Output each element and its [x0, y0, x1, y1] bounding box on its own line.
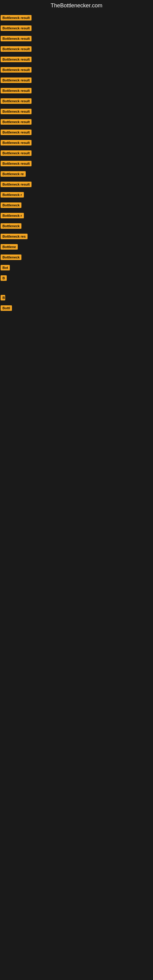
- list-item: [0, 341, 153, 350]
- list-item: Bottleneck result: [0, 75, 153, 86]
- list-item: Bottl: [0, 303, 153, 313]
- bottleneck-badge: Bottleneck: [1, 202, 21, 208]
- list-item: Bottleneck result: [0, 127, 153, 137]
- bottleneck-badge: Bottleneck result: [1, 25, 32, 31]
- list-item: Bottleneck: [0, 200, 153, 210]
- bottleneck-badge: B: [1, 295, 5, 301]
- list-item: Bottleneck: [0, 252, 153, 262]
- bottleneck-badge: Bottleneck result: [1, 78, 32, 83]
- bottleneck-badge: Bottleneck result: [1, 46, 32, 52]
- list-item: Bottleneck result: [0, 179, 153, 189]
- list-item: Bottleneck res: [0, 231, 153, 242]
- list-item: Bottleneck result: [0, 106, 153, 117]
- list-item: Bottleneck: [0, 221, 153, 231]
- list-item: [0, 313, 153, 323]
- list-item: Bottleneck result: [0, 158, 153, 169]
- list-item: Bottleneck result: [0, 13, 153, 23]
- list-item: Bottleneck result: [0, 148, 153, 158]
- bottleneck-badge: Bottl: [1, 305, 12, 311]
- list-item: Bot: [0, 262, 153, 273]
- bottleneck-badge: Bottleneck: [1, 223, 21, 229]
- bottleneck-badge: Bottleneck r: [1, 192, 24, 197]
- items-container: Bottleneck resultBottleneck resultBottle…: [0, 11, 153, 370]
- list-item: B: [0, 293, 153, 303]
- list-item: Bottlene: [0, 242, 153, 252]
- list-item: [0, 323, 153, 332]
- list-item: Bottleneck r: [0, 210, 153, 221]
- list-item: [0, 359, 153, 368]
- list-item: B: [0, 273, 153, 283]
- bottleneck-badge: Bottleneck result: [1, 98, 32, 104]
- list-item: Bottleneck result: [0, 137, 153, 148]
- site-title: TheBottlenecker.com: [0, 0, 153, 11]
- bottleneck-badge: Bottleneck result: [1, 67, 32, 73]
- bottleneck-badge: B: [1, 275, 7, 281]
- list-item: Bottleneck result: [0, 23, 153, 33]
- list-item: [0, 350, 153, 359]
- list-item: Bottleneck re: [0, 169, 153, 179]
- bottleneck-badge: Bottleneck r: [1, 213, 24, 218]
- list-item: Bottleneck result: [0, 44, 153, 54]
- bottleneck-badge: Bottleneck result: [1, 181, 32, 187]
- list-item: Bottleneck result: [0, 54, 153, 65]
- list-item: Bottleneck result: [0, 117, 153, 127]
- bottleneck-badge: Bottleneck result: [1, 161, 32, 166]
- list-item: Bottleneck result: [0, 65, 153, 75]
- bottleneck-badge: Bottleneck re: [1, 171, 26, 177]
- bottleneck-badge: Bottleneck result: [1, 88, 32, 94]
- bottleneck-badge: Bottleneck result: [1, 36, 32, 41]
- bottleneck-badge: Bottlene: [1, 244, 18, 250]
- bottleneck-badge: Bot: [1, 265, 10, 270]
- list-item: [0, 332, 153, 341]
- list-item: Bottleneck r: [0, 189, 153, 200]
- list-item: Bottleneck result: [0, 96, 153, 106]
- bottleneck-badge: Bottleneck: [1, 255, 21, 260]
- bottleneck-badge: Bottleneck result: [1, 150, 32, 156]
- bottleneck-badge: Bottleneck res: [1, 234, 27, 239]
- bottleneck-badge: Bottleneck result: [1, 119, 32, 125]
- bottleneck-badge: Bottleneck result: [1, 140, 32, 145]
- bottleneck-badge: Bottleneck result: [1, 109, 32, 114]
- bottleneck-badge: Bottleneck result: [1, 57, 32, 62]
- list-item: [0, 283, 153, 293]
- bottleneck-badge: Bottleneck result: [1, 15, 32, 21]
- bottleneck-badge: Bottleneck result: [1, 130, 32, 135]
- list-item: Bottleneck result: [0, 86, 153, 96]
- list-item: Bottleneck result: [0, 33, 153, 44]
